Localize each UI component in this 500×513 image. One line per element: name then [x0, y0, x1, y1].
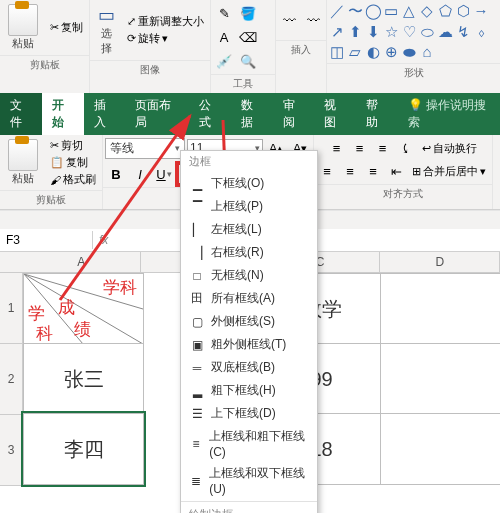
- tab-help[interactable]: 帮助: [356, 93, 398, 135]
- format-painter-button[interactable]: 🖌 格式刷: [46, 171, 100, 188]
- orientation-icon[interactable]: ⤹: [395, 137, 417, 159]
- col-header-A[interactable]: A: [22, 252, 142, 272]
- picker-tool-icon[interactable]: 💉: [213, 50, 235, 72]
- resize-button[interactable]: ⤢ 重新调整大小: [123, 13, 208, 30]
- border-option-label: 上框线(P): [211, 198, 263, 215]
- tab-home[interactable]: 开始: [42, 93, 84, 135]
- a1-text-subject: 学科: [103, 276, 137, 299]
- align-bottom-icon[interactable]: ≡: [372, 137, 394, 159]
- borders-dropdown: 边框 ▁下框线(O)▔上框线(P)▏左框线(L)▕右框线(R)□无框线(N)田所…: [180, 150, 318, 513]
- border-option[interactable]: □无框线(N): [181, 264, 317, 287]
- border-option-label: 右框线(R): [211, 244, 264, 261]
- border-option-icon: ▣: [189, 337, 205, 353]
- align-middle-icon[interactable]: ≡: [349, 137, 371, 159]
- row-header-1[interactable]: 1: [0, 273, 23, 344]
- border-option-icon: □: [189, 268, 205, 284]
- brush2-icon[interactable]: 〰: [302, 9, 324, 31]
- border-option[interactable]: ☰上下框线(D): [181, 402, 317, 425]
- align-left-icon[interactable]: ≡: [316, 160, 338, 182]
- tab-view[interactable]: 视图: [314, 93, 356, 135]
- cell-D1[interactable]: [380, 273, 500, 345]
- cell-A3[interactable]: 李四: [23, 413, 144, 485]
- paste-button[interactable]: 粘贴: [2, 137, 44, 188]
- wrap-text-button[interactable]: ↩ 自动换行: [418, 137, 481, 159]
- tab-formulas[interactable]: 公式: [189, 93, 231, 135]
- top-ribbon: 粘贴 ✂ 复制 剪贴板 ▭选 择 ⤢ 重新调整大小 ⟳ 旋转 ▾ 图像 ✎ 🪣 …: [0, 0, 500, 93]
- border-option-icon: ▏: [189, 222, 205, 238]
- clipboard-group-label: 剪贴板: [0, 55, 89, 74]
- border-option-label: 双底框线(B): [211, 359, 275, 376]
- border-option-label: 左框线(L): [211, 221, 262, 238]
- cell-D2[interactable]: [380, 343, 500, 415]
- border-option[interactable]: 田所有框线(A): [181, 287, 317, 310]
- dropdown-section-borders: 边框: [181, 151, 317, 172]
- rotate-button[interactable]: ⟳ 旋转 ▾: [123, 30, 208, 47]
- eraser-tool-icon[interactable]: ⌫: [237, 26, 259, 48]
- a1-text-cheng: 成: [58, 296, 75, 319]
- paste-button-top[interactable]: 粘贴: [2, 2, 44, 53]
- border-option-icon: ▢: [189, 314, 205, 330]
- border-option-label: 粗下框线(H): [211, 382, 276, 399]
- border-option-label: 无框线(N): [211, 267, 264, 284]
- border-option[interactable]: ▢外侧框线(S): [181, 310, 317, 333]
- cell-A1[interactable]: 学科 成 绩 学 科: [23, 273, 144, 345]
- col-header-D[interactable]: D: [380, 252, 500, 272]
- border-option-icon: ≡: [189, 436, 203, 452]
- border-option[interactable]: ▕右框线(R): [181, 241, 317, 264]
- align-center-icon[interactable]: ≡: [339, 160, 361, 182]
- tools-group-label: 工具: [211, 74, 275, 93]
- tab-data[interactable]: 数据: [231, 93, 273, 135]
- cell-D3[interactable]: [380, 413, 500, 485]
- shapes-gallery[interactable]: ／〜◯▭△◇⬠⬡ →↗⬆⬇☆♡⬭☁ ↯⬨◫▱◐⊕⬬⌂: [329, 2, 499, 61]
- border-option-label: 所有框线(A): [211, 290, 275, 307]
- text-tool-icon[interactable]: A: [213, 26, 235, 48]
- border-option-label: 上框线和双下框线(U): [209, 465, 309, 496]
- fx-icon[interactable]: fx: [93, 233, 114, 247]
- border-option-label: 下框线(O): [211, 175, 264, 192]
- tab-insert[interactable]: 插入: [84, 93, 126, 135]
- border-option[interactable]: ≣上框线和双下框线(U): [181, 462, 317, 499]
- border-option-icon: ▔: [189, 199, 205, 215]
- border-option-icon: ═: [189, 360, 205, 376]
- border-option[interactable]: ▣粗外侧框线(T): [181, 333, 317, 356]
- a1-text-ke: 科: [36, 322, 53, 345]
- underline-button[interactable]: U▾: [153, 163, 175, 185]
- border-option-label: 粗外侧框线(T): [211, 336, 286, 353]
- dropdown-section-draw: 绘制边框: [181, 504, 317, 513]
- border-option-icon: ▂: [189, 383, 205, 399]
- align-top-icon[interactable]: ≡: [326, 137, 348, 159]
- shapes-group-label: 形状: [327, 63, 500, 82]
- select-button[interactable]: ▭选 择: [92, 2, 121, 58]
- border-option[interactable]: ═双底框线(B): [181, 356, 317, 379]
- bold-button[interactable]: B: [105, 163, 127, 185]
- brush1-icon[interactable]: 〰: [278, 9, 300, 31]
- zoom-tool-icon[interactable]: 🔍: [237, 50, 259, 72]
- row-header-3[interactable]: 3: [0, 415, 23, 486]
- border-option[interactable]: ▂粗下框线(H): [181, 379, 317, 402]
- border-option[interactable]: ▔上框线(P): [181, 195, 317, 218]
- insert-group-label: 插入: [276, 40, 326, 59]
- copy-button-top[interactable]: ✂ 复制: [46, 19, 87, 36]
- tab-tell-me[interactable]: 💡 操作说明搜索: [398, 93, 500, 135]
- tab-layout[interactable]: 页面布局: [125, 93, 189, 135]
- border-option[interactable]: ▏左框线(L): [181, 218, 317, 241]
- row-header-2[interactable]: 2: [0, 344, 23, 415]
- align-right-icon[interactable]: ≡: [362, 160, 384, 182]
- ribbon-tabs: 文件 开始 插入 页面布局 公式 数据 审阅 视图 帮助 💡 操作说明搜索: [0, 93, 500, 135]
- border-option[interactable]: ▁下框线(O): [181, 172, 317, 195]
- cut-button[interactable]: ✂ 剪切: [46, 137, 100, 154]
- italic-button[interactable]: I: [129, 163, 151, 185]
- pencil-tool-icon[interactable]: ✎: [213, 2, 235, 24]
- cell-A2[interactable]: 张三: [23, 343, 144, 415]
- border-option[interactable]: ≡上框线和粗下框线(C): [181, 425, 317, 462]
- border-option-label: 外侧框线(S): [211, 313, 275, 330]
- border-option-icon: ▕: [189, 245, 205, 261]
- bucket-tool-icon[interactable]: 🪣: [237, 2, 259, 24]
- name-box[interactable]: [0, 231, 93, 249]
- copy-button[interactable]: 📋 复制: [46, 154, 100, 171]
- font-name-select[interactable]: 等线▾: [105, 138, 185, 159]
- tab-file[interactable]: 文件: [0, 93, 42, 135]
- merge-center-button[interactable]: ⊞ 合并后居中 ▾: [408, 160, 490, 182]
- indent-dec-icon[interactable]: ⇤: [385, 160, 407, 182]
- tab-review[interactable]: 审阅: [273, 93, 315, 135]
